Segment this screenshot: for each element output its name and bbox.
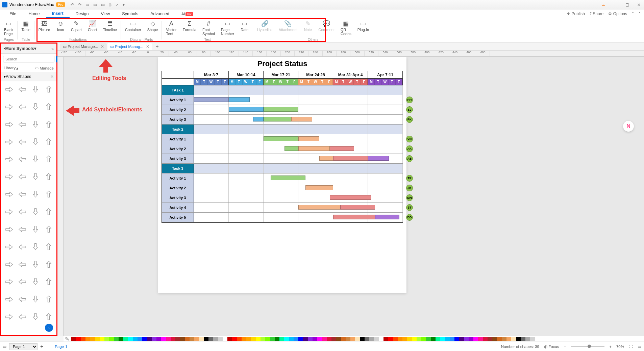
assignee-avatar[interactable]: HR	[406, 97, 413, 103]
arrow-shape-28[interactable]	[2, 205, 16, 218]
menu-symbols[interactable]: Symbols	[116, 10, 144, 18]
assignee-avatar[interactable]: PK	[406, 116, 413, 123]
canvas[interactable]: Editing Tools Add Symbols/Elements Proje…	[64, 57, 644, 336]
arrow-shape-48[interactable]	[2, 293, 16, 305]
color-swatch[interactable]	[85, 337, 90, 341]
color-swatch[interactable]	[213, 337, 218, 341]
color-swatch[interactable]	[511, 337, 516, 341]
color-swatch[interactable]	[104, 337, 109, 341]
arrow-shape-46[interactable]	[29, 275, 42, 288]
close-tab-icon[interactable]: ✕	[146, 44, 149, 49]
color-swatch[interactable]	[199, 337, 204, 341]
arrow-shape-34[interactable]	[29, 223, 42, 236]
color-swatch[interactable]	[478, 337, 483, 341]
color-swatch[interactable]	[488, 337, 492, 341]
assignee-avatar[interactable]: DD	[406, 214, 413, 221]
color-swatch[interactable]	[502, 337, 506, 341]
assignee-avatar[interactable]: AB	[406, 155, 413, 162]
manage-button[interactable]: ▭ Manage	[35, 66, 54, 71]
color-swatch[interactable]	[450, 337, 454, 341]
color-swatch[interactable]	[525, 337, 530, 341]
save-icon[interactable]: ▭	[101, 2, 105, 7]
assignee-avatar[interactable]: TP	[406, 175, 413, 182]
color-swatch[interactable]	[322, 337, 327, 341]
arrow-shape-37[interactable]	[16, 240, 29, 253]
focus-button[interactable]: ◎ Focus	[544, 344, 559, 349]
arrow-shape-29[interactable]	[16, 205, 29, 218]
arrow-shape-31[interactable]	[42, 205, 55, 218]
color-swatch[interactable]	[289, 337, 294, 341]
gantt-bar[interactable]	[375, 215, 399, 219]
arrow-shape-55[interactable]	[42, 310, 55, 323]
gantt-row[interactable]: Activity 3PK	[162, 115, 403, 125]
gantt-bar[interactable]	[264, 107, 298, 112]
color-swatch[interactable]	[317, 337, 322, 341]
color-swatch[interactable]	[374, 337, 379, 341]
color-swatch[interactable]	[383, 337, 388, 341]
gantt-chart[interactable]: Mar 3-7Mar 10-14Mar 17-21Mar 24-28Mar 31…	[162, 71, 403, 223]
arrow-shape-27[interactable]	[42, 188, 55, 200]
color-swatch[interactable]	[194, 337, 199, 341]
minimize-button[interactable]: —	[612, 2, 619, 7]
color-swatch[interactable]	[346, 337, 350, 341]
ribbon-clipart[interactable]: ✎Clipart	[68, 19, 84, 32]
add-page-button[interactable]: +	[40, 344, 43, 350]
color-swatch[interactable]	[506, 337, 511, 341]
color-swatch[interactable]	[261, 337, 265, 341]
color-swatch[interactable]	[76, 337, 81, 341]
color-swatch[interactable]	[369, 337, 374, 341]
color-swatch[interactable]	[417, 337, 421, 341]
ribbon-blank-page[interactable]: ▭BlankPage	[1, 19, 16, 36]
color-swatch[interactable]	[119, 337, 123, 341]
arrow-shape-17[interactable]	[16, 153, 29, 165]
arrow-shape-49[interactable]	[16, 293, 29, 305]
color-swatch[interactable]	[341, 337, 346, 341]
arrow-shape-32[interactable]	[2, 223, 16, 236]
arrow-shape-44[interactable]	[2, 275, 16, 288]
color-swatch[interactable]	[426, 337, 431, 341]
color-swatch[interactable]	[516, 337, 521, 341]
color-swatch[interactable]	[81, 337, 85, 341]
undo-icon[interactable]: ↶	[71, 2, 74, 7]
menu-file[interactable]: File	[3, 10, 22, 18]
assignee-avatar[interactable]: ST	[406, 204, 413, 211]
cloud-icon[interactable]: ☁	[600, 2, 606, 7]
color-swatch[interactable]	[284, 337, 289, 341]
arrow-shape-8[interactable]	[2, 118, 16, 131]
arrow-shape-20[interactable]	[2, 170, 16, 183]
gantt-bar[interactable]	[291, 117, 312, 122]
color-swatch[interactable]	[180, 337, 185, 341]
arrow-shape-22[interactable]	[29, 170, 42, 183]
zoom-in-button[interactable]: +	[609, 345, 612, 349]
color-swatch[interactable]	[218, 337, 223, 341]
color-swatch[interactable]	[95, 337, 100, 341]
close-button[interactable]: ✕	[636, 2, 642, 7]
gantt-bar[interactable]	[298, 136, 319, 141]
collapse-panel-icon[interactable]: «	[51, 46, 54, 51]
assignee-avatar[interactable]: MN	[406, 194, 413, 201]
color-swatch[interactable]	[355, 337, 360, 341]
ribbon-font-symbol[interactable]: #FontSymbol	[200, 19, 218, 36]
ribbon-vector-text[interactable]: AVectorText	[163, 19, 179, 36]
arrow-shape-19[interactable]	[42, 153, 55, 165]
color-swatch[interactable]	[535, 337, 540, 341]
gantt-row[interactable]: Activity 1HR	[162, 95, 403, 105]
ribbon-picture[interactable]: 🖼Picture	[36, 19, 53, 32]
arrow-shape-33[interactable]	[16, 223, 29, 236]
search-input[interactable]	[3, 56, 54, 62]
color-swatch[interactable]	[336, 337, 341, 341]
arrow-shape-43[interactable]	[42, 258, 55, 271]
color-swatch[interactable]	[138, 337, 142, 341]
menu-view[interactable]: View	[95, 10, 116, 18]
gantt-bar[interactable]	[368, 156, 389, 161]
arrow-shape-24[interactable]	[2, 188, 16, 200]
page[interactable]: Project Status Mar 3-7Mar 10-14Mar 17-21…	[158, 57, 406, 293]
color-swatch[interactable]	[298, 337, 303, 341]
arrow-shape-10[interactable]	[29, 118, 42, 131]
arrow-shape-54[interactable]	[29, 310, 42, 323]
assignee-avatar[interactable]: JK	[406, 185, 413, 191]
ribbon-icon[interactable]: ☺Icon	[53, 19, 68, 32]
color-swatch[interactable]	[483, 337, 488, 341]
color-swatch[interactable]	[190, 337, 194, 341]
arrow-shape-35[interactable]	[42, 223, 55, 236]
